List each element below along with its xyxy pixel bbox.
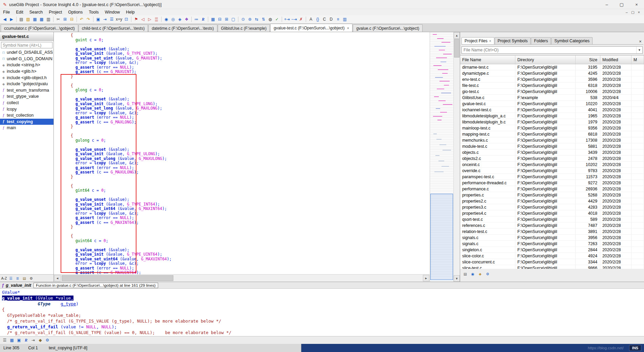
- window-list-icon[interactable]: ☰: [2, 337, 8, 343]
- indent-minus-icon[interactable]: −⇥: [291, 16, 298, 23]
- indent-plus-icon[interactable]: +⇥: [283, 16, 291, 23]
- editor-vertical-scrollbar[interactable]: ▲ ▼: [453, 32, 460, 282]
- file-row[interactable]: signals.cF:\OpenSurce\glib\glil39562020/…: [460, 235, 644, 241]
- menu-file[interactable]: File: [0, 9, 13, 15]
- symbol-item-include-gobject-gvalu[interactable]: ◈include "gobject/gvalu: [0, 81, 53, 87]
- file-row[interactable]: dirname-test.cF:\OpenSurce\glib\glil3195…: [460, 64, 644, 70]
- file-row[interactable]: memchunks.cF:\OpenSurce\glib\glil1730820…: [460, 137, 644, 143]
- restore-button[interactable]: ▢: [614, 0, 629, 9]
- file-row[interactable]: references.cF:\OpenSurce\glib\glil748720…: [460, 222, 644, 229]
- symbol-filter-input[interactable]: Symbol Name (Alt+L): [1, 42, 52, 48]
- column-header-size[interactable]: Size: [576, 55, 600, 64]
- context-code-preview[interactable]: GValue*g_value_init (GValue *value, GTyp…: [0, 289, 644, 336]
- scroll-left-arrow-icon[interactable]: ◄: [54, 275, 61, 281]
- context-window-icon[interactable]: ⊙: [240, 16, 246, 23]
- file-row[interactable]: gvalue-test.cF:\OpenSurce\glib\glil10220…: [460, 101, 644, 107]
- file-row[interactable]: libmoduletestplugin_a.cF:\OpenSurce\glib…: [460, 113, 644, 119]
- tab-close-icon[interactable]: ×: [347, 26, 349, 30]
- file-tab[interactable]: gvalue-test.c (F:\OpenSurce\...\gobject)…: [270, 24, 352, 32]
- code-editor[interactable]: { guint c = 0; g_value_unset (&value); g…: [54, 32, 430, 274]
- column-header-file-name[interactable]: File Name: [460, 55, 515, 64]
- column-header-m[interactable]: M: [631, 55, 644, 64]
- file-row[interactable]: file-test.cF:\OpenSurce\glib\glil6318202…: [460, 83, 644, 89]
- file-row[interactable]: gio-test.cF:\OpenSurce\glib\glil10006202…: [460, 89, 644, 95]
- symbol-list-icon[interactable]: ☰: [8, 275, 14, 281]
- copy-icon[interactable]: ⊞: [62, 16, 68, 23]
- open-book-icon[interactable]: ▣: [16, 337, 22, 343]
- code-minimap[interactable]: [430, 32, 453, 282]
- paste-icon[interactable]: ⊟: [68, 16, 75, 23]
- file-tab[interactable]: GlibistUse.c (F:\example): [218, 24, 270, 32]
- new-file-icon[interactable]: ▤: [18, 16, 25, 23]
- print-icon[interactable]: ▥: [45, 16, 52, 23]
- file-row[interactable]: slice-concurrent.cF:\OpenSurce\glib\glil…: [460, 259, 644, 265]
- expression-icon[interactable]: x+y: [115, 16, 123, 23]
- file-row[interactable]: performance-threaded.cF:\OpenSurce\glib\…: [460, 180, 644, 186]
- symbol-item-lcopy[interactable]: ƒlcopy: [0, 106, 53, 112]
- symbol-item-undef-g-log-domain[interactable]: □undef G_LOG_DOMAIN: [0, 56, 53, 62]
- search-files-icon[interactable]: ◎: [170, 16, 176, 23]
- file-row[interactable]: singleton.cF:\OpenSurce\glib\glil2844202…: [460, 247, 644, 253]
- file-row[interactable]: qsort-test.cF:\OpenSurce\glib\glil589202…: [460, 216, 644, 222]
- window-list-icon[interactable]: ☰: [108, 16, 115, 23]
- open-file-icon[interactable]: ▧: [25, 16, 31, 23]
- file-row[interactable]: libmoduletestplugin_b.cF:\OpenSurce\glib…: [460, 119, 644, 125]
- file-row[interactable]: objects.cF:\OpenSurce\glib\glil34392020/…: [460, 149, 644, 156]
- file-row[interactable]: slice-color.cF:\OpenSurce\glib\glil49242…: [460, 253, 644, 259]
- goto-line-icon[interactable]: ⇥: [102, 16, 108, 23]
- child-minimize-button[interactable]: –: [626, 10, 628, 14]
- zoom-icon[interactable]: ⊡: [123, 16, 130, 23]
- symbol-item-main[interactable]: ƒmain: [0, 125, 53, 131]
- vsplit-icon[interactable]: ⊞: [223, 16, 230, 23]
- highlight-icon[interactable]: ▒: [153, 16, 160, 23]
- relation-sync-icon[interactable]: ⊚: [246, 16, 253, 23]
- braces-view-icon[interactable]: {}: [314, 16, 321, 23]
- browse-mode-icon[interactable]: ◍: [267, 16, 274, 23]
- next-bookmark-icon[interactable]: ▷: [146, 16, 153, 23]
- hscroll-lock-icon[interactable]: ⇆: [253, 16, 260, 23]
- symbol-item-collect[interactable]: ƒcollect: [0, 100, 53, 106]
- relation-window-icon[interactable]: R: [200, 16, 207, 23]
- menu-help[interactable]: Help: [123, 9, 138, 15]
- tab-close-icon[interactable]: ×: [489, 39, 491, 43]
- cut-icon[interactable]: ✂: [55, 16, 62, 23]
- save-icon[interactable]: ▦: [9, 337, 15, 343]
- redo-icon[interactable]: ↷: [85, 16, 92, 23]
- file-tab[interactable]: gvalue.c (F:\OpenSurce\...\gobject): [353, 24, 423, 32]
- file-row[interactable]: onceinit.cF:\OpenSurce\glib\glil10202202…: [460, 162, 644, 168]
- settings-gear-icon[interactable]: ⚙: [28, 275, 34, 281]
- file-row[interactable]: properties4.cF:\OpenSurce\glib\glil40182…: [460, 210, 644, 216]
- menu-edit[interactable]: Edit: [13, 9, 26, 15]
- file-tab[interactable]: child-test.c (F:\OpenSurce\...\tests): [79, 24, 148, 32]
- filter-icon[interactable]: ◈: [477, 271, 483, 277]
- symbol-item-include-glib-object-h[interactable]: ◈include <glib-object.h: [0, 74, 53, 81]
- scroll-up-arrow-icon[interactable]: ▲: [454, 32, 460, 39]
- settings-gear-icon[interactable]: ⚙: [44, 337, 50, 343]
- file-row[interactable]: iochannel-test.cF:\OpenSurce\glib\glil40…: [460, 107, 644, 113]
- file-row[interactable]: properties3.cF:\OpenSurce\glib\glil42832…: [460, 204, 644, 210]
- sort-alpha-icon[interactable]: A-Z: [1, 275, 7, 281]
- undo-icon[interactable]: ↶: [78, 16, 85, 23]
- vertical-scroll-thumb[interactable]: [454, 39, 459, 57]
- symbol-item-test-copying[interactable]: ƒtest_copying: [0, 119, 53, 125]
- file-row[interactable]: module-test.cF:\OpenSurce\glib\glil58812…: [460, 143, 644, 149]
- panel-view-icon[interactable]: ▥: [341, 16, 348, 23]
- save-icon[interactable]: ▦: [31, 16, 38, 23]
- bookmark-icon[interactable]: ⚑: [133, 16, 139, 23]
- menu-search[interactable]: Search: [26, 9, 46, 15]
- list-view-icon[interactable]: ≡: [335, 16, 341, 23]
- new-window-icon[interactable]: ▣: [95, 16, 102, 23]
- minimap-viewport[interactable]: [430, 194, 453, 280]
- relation-window-r-icon[interactable]: R: [23, 337, 29, 343]
- scroll-down-arrow-icon[interactable]: ▼: [454, 275, 460, 282]
- remove-icon[interactable]: ✗: [298, 16, 304, 23]
- panel-close-icon[interactable]: ×: [637, 38, 643, 44]
- eye-icon[interactable]: ◉: [470, 271, 476, 277]
- ansi-view-icon[interactable]: A: [307, 16, 314, 23]
- detail-list-icon[interactable]: ≣: [15, 275, 21, 281]
- save-all-icon[interactable]: ▩: [38, 16, 45, 23]
- panel-tab-project-files[interactable]: Project Files×: [461, 37, 494, 44]
- file-tab[interactable]: ccumulator.c (F:\OpenSurce\...\gobject): [1, 24, 78, 32]
- file-tab[interactable]: datetime.c (F:\OpenSurce\...\tests): [148, 24, 217, 32]
- settings-gear-icon[interactable]: ⚙: [485, 271, 491, 277]
